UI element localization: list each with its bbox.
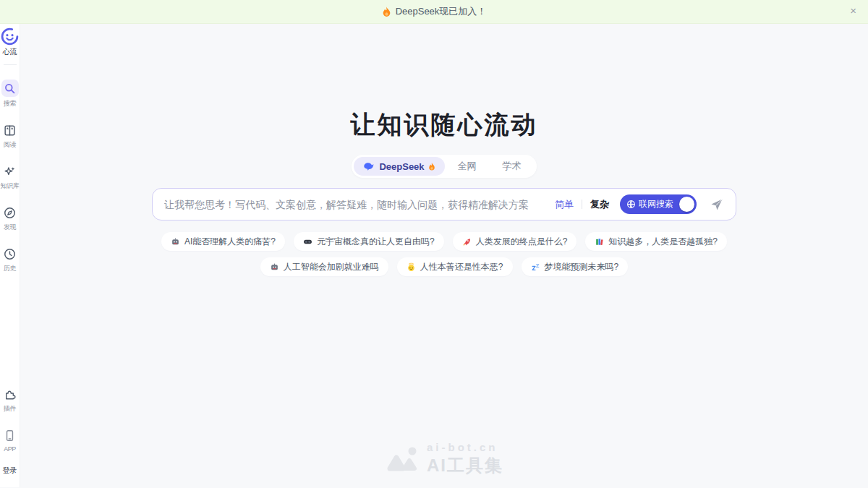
page-title: 让知识随心流动	[351, 108, 538, 142]
suggestion-chip[interactable]: AI能否理解人类的痛苦?	[161, 232, 285, 251]
chip-label: 梦境能预测未来吗?	[545, 261, 619, 273]
watermark: ai-bot.cn AI工具集	[385, 441, 503, 477]
sidebar-item-discover[interactable]: 发现	[2, 205, 17, 232]
watermark-title: AI工具集	[427, 454, 503, 477]
phone-icon	[2, 428, 17, 443]
xinliu-logo-icon	[1, 27, 19, 46]
tab-academic[interactable]: 学术	[490, 157, 535, 176]
watermark-domain: ai-bot.cn	[427, 441, 503, 453]
web-search-toggle[interactable]: 联网搜索	[620, 194, 697, 214]
sidebar-divider	[4, 64, 17, 65]
mode-complex-button[interactable]: 复杂	[590, 198, 609, 211]
whale-icon	[363, 162, 375, 171]
flame-icon	[382, 7, 391, 17]
suggestion-chip[interactable]: 梦境能预测未来吗?	[522, 257, 629, 276]
book-icon	[2, 123, 17, 138]
announcement-banner: DeepSeek现已加入！ ×	[0, 0, 868, 24]
robot-emoji-icon	[171, 237, 180, 247]
flame-icon	[428, 162, 435, 171]
suggestion-chips-row-1: AI能否理解人类的痛苦? 元宇宙概念真的让人更自由吗? 人类发展的终点是什么? …	[161, 232, 727, 251]
page: DeepSeek现已加入！ × 心流 搜索	[0, 0, 868, 488]
chip-label: 元宇宙概念真的让人更自由吗?	[317, 236, 435, 248]
web-search-label: 联网搜索	[639, 198, 673, 210]
chip-label: 人工智能会加剧就业难吗	[284, 261, 379, 273]
sidebar-item-label: 历史	[4, 264, 16, 273]
vr-goggles-emoji-icon	[303, 237, 312, 247]
sidebar-item-reading[interactable]: 阅读	[2, 123, 17, 150]
app-logo-label: 心流	[3, 47, 17, 57]
mode-divider	[582, 200, 582, 209]
tab-deepseek[interactable]: DeepSeek	[354, 157, 444, 176]
paper-plane-icon	[710, 197, 724, 212]
sparkles-icon	[2, 164, 17, 179]
banner-text: DeepSeek现已加入！	[396, 5, 487, 18]
search-scope-tabs: DeepSeek 全网 学术	[352, 155, 536, 178]
sidebar-item-label: 发现	[4, 223, 16, 232]
puzzle-icon	[2, 387, 17, 402]
angel-face-emoji-icon	[407, 262, 416, 272]
sidebar: 心流 搜索 阅读 知识库	[0, 24, 20, 487]
ai-bot-logo-icon	[385, 445, 420, 473]
chip-label: AI能否理解人类的痛苦?	[184, 236, 276, 248]
suggestion-chip[interactable]: 人工智能会加剧就业难吗	[260, 257, 388, 276]
sidebar-item-label: 阅读	[4, 140, 16, 150]
sidebar-bottom-group: 插件 APP 登录	[2, 387, 17, 476]
compass-icon	[2, 205, 17, 221]
search-bar: 简单 复杂 联网搜索	[152, 188, 736, 221]
sidebar-item-search[interactable]: 搜索	[1, 80, 19, 108]
sidebar-item-label: 插件	[4, 404, 16, 414]
rocket-emoji-icon	[462, 237, 472, 247]
send-button[interactable]	[707, 194, 727, 215]
search-icon	[1, 80, 19, 97]
suggestion-chip[interactable]: 人类发展的终点是什么?	[453, 232, 577, 251]
sidebar-item-knowledge-base[interactable]: 知识库	[1, 164, 20, 191]
suggestion-chip[interactable]: 知识越多，人类是否越孤独?	[585, 232, 727, 251]
chip-label: 人类发展的终点是什么?	[476, 236, 568, 248]
toggle-knob	[679, 197, 694, 212]
sidebar-item-label: 知识库	[1, 181, 20, 191]
tab-whole-web[interactable]: 全网	[445, 157, 490, 176]
clock-icon	[2, 247, 17, 262]
zzz-emoji-icon	[531, 262, 540, 272]
app-logo[interactable]: 心流	[1, 27, 19, 57]
sidebar-item-history[interactable]: 历史	[2, 247, 17, 273]
sidebar-item-app[interactable]: APP	[2, 428, 17, 453]
chip-label: 人性本善还是性本恶?	[420, 261, 503, 273]
login-button[interactable]: 登录	[3, 466, 17, 476]
mode-simple-button[interactable]: 简单	[555, 198, 574, 211]
sidebar-item-label: 搜索	[4, 99, 16, 108]
tab-label: 全网	[458, 160, 477, 173]
suggestion-chip[interactable]: 人性本善还是性本恶?	[397, 257, 513, 276]
tab-label: 学术	[503, 160, 522, 173]
search-input[interactable]	[164, 199, 555, 210]
suggestion-chips-row-2: 人工智能会加剧就业难吗 人性本善还是性本恶? 梦境能预测未来吗?	[260, 257, 628, 276]
tab-label: DeepSeek	[379, 161, 424, 172]
robot-emoji-icon	[270, 262, 279, 272]
suggestion-chip[interactable]: 元宇宙概念真的让人更自由吗?	[294, 232, 444, 251]
globe-icon	[626, 200, 636, 209]
close-icon[interactable]: ×	[850, 5, 856, 16]
books-emoji-icon	[595, 237, 604, 247]
chip-label: 知识越多，人类是否越孤独?	[608, 236, 718, 248]
sidebar-item-plugins[interactable]: 插件	[2, 387, 17, 414]
sidebar-item-label: APP	[4, 445, 16, 453]
main-content: 让知识随心流动 DeepSeek 全网 学	[20, 24, 868, 487]
